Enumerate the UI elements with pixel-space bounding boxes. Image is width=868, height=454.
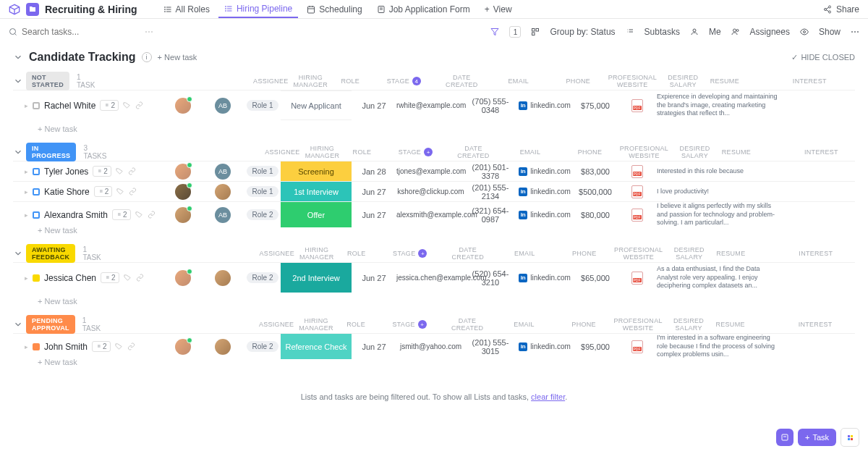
filter-icon[interactable] xyxy=(490,28,499,36)
status-pill[interactable]: NOT STARTED xyxy=(26,72,69,91)
tag-icon[interactable] xyxy=(123,101,131,109)
col-assignee[interactable]: ASSIGNEE xyxy=(259,250,295,257)
assignee-cell[interactable] xyxy=(165,270,201,286)
email-cell[interactable]: kshore@clickup.com xyxy=(396,188,465,196)
manager-cell[interactable] xyxy=(201,270,244,286)
col-phone[interactable]: PHONE xyxy=(559,250,610,257)
col-salary[interactable]: DESIRED SALARY xyxy=(667,317,710,332)
link-icon[interactable] xyxy=(127,342,135,350)
col-website[interactable]: PROFESIONAL WEBSITE xyxy=(603,74,661,88)
manager-avatar[interactable] xyxy=(215,339,231,355)
more-icon[interactable]: ⋯ xyxy=(851,27,859,37)
link-icon[interactable] xyxy=(128,167,136,175)
manager-avatar[interactable]: AB xyxy=(215,164,231,180)
status-dot[interactable] xyxy=(33,188,40,196)
expand-icon[interactable]: ▸ xyxy=(25,188,28,196)
website-cell[interactable]: inlinkedin.com xyxy=(516,188,574,196)
expand-icon[interactable]: ▸ xyxy=(25,274,28,282)
subtask-count[interactable]: 2 xyxy=(101,272,119,283)
col-hiring-manager[interactable]: HIRING MANAGER xyxy=(289,74,332,88)
folder-icon[interactable] xyxy=(26,3,39,16)
manager-cell[interactable] xyxy=(201,184,244,200)
task-row[interactable]: ▸ Katie Shore 2 Role 1 1st Interview Jun… xyxy=(13,181,855,201)
col-date[interactable]: DATE CREATED xyxy=(451,145,495,159)
subtask-count[interactable]: 2 xyxy=(93,166,111,177)
status-pill[interactable]: PENDING APPROVAL xyxy=(26,315,75,334)
assignee-avatar[interactable] xyxy=(175,207,191,223)
subtasks-button[interactable]: Subtasks xyxy=(644,27,680,37)
me-button[interactable]: Me xyxy=(709,27,721,37)
tab-scheduling[interactable]: Scheduling xyxy=(301,1,367,18)
resume-cell[interactable] xyxy=(617,165,657,178)
expand-icon[interactable]: ▸ xyxy=(25,343,28,350)
manager-avatar[interactable] xyxy=(215,270,231,286)
role-cell[interactable]: Role 1 xyxy=(244,166,281,177)
manager-cell[interactable]: AB xyxy=(201,98,244,114)
assignee-cell[interactable] xyxy=(165,339,201,355)
col-website[interactable]: PROFESIONAL WEBSITE xyxy=(609,317,667,332)
col-role[interactable]: ROLE xyxy=(338,321,374,328)
col-email[interactable]: EMAIL xyxy=(490,321,558,328)
col-date[interactable]: DATE CREATED xyxy=(446,246,490,261)
stage-cell[interactable]: 2nd Interview xyxy=(281,263,352,293)
col-salary[interactable]: DESIRED SALARY xyxy=(661,74,705,88)
assignee-cell[interactable] xyxy=(165,164,201,180)
manager-avatar[interactable] xyxy=(215,184,231,200)
col-date[interactable]: DATE CREATED xyxy=(439,74,484,88)
subtask-count[interactable]: 2 xyxy=(92,341,111,352)
subtask-count[interactable]: 2 xyxy=(100,100,119,111)
col-resume[interactable]: RESUME xyxy=(716,148,756,156)
info-icon[interactable]: i xyxy=(142,52,152,62)
col-hiring-manager[interactable]: HIRING MANAGER xyxy=(294,317,338,332)
resume-cell[interactable] xyxy=(617,340,657,353)
resume-cell[interactable] xyxy=(617,209,657,222)
stage-cell[interactable]: Offer xyxy=(281,202,352,227)
collapse-icon[interactable] xyxy=(13,248,23,258)
role-cell[interactable]: Role 2 xyxy=(244,209,281,220)
expand-icon[interactable]: ▸ xyxy=(25,102,28,109)
status-dot[interactable] xyxy=(33,343,40,350)
col-phone[interactable]: PHONE xyxy=(553,77,603,85)
website-cell[interactable]: inlinkedin.com xyxy=(516,274,574,282)
email-cell[interactable]: alexsmith@example.com xyxy=(396,211,465,219)
stage-cell[interactable]: Screening xyxy=(281,161,352,181)
assignee-avatar[interactable] xyxy=(175,270,191,286)
task-button[interactable]: + Task xyxy=(798,429,836,446)
website-cell[interactable]: inlinkedin.com xyxy=(516,211,574,219)
resume-cell[interactable] xyxy=(617,99,657,112)
website-cell[interactable]: inlinkedin.com xyxy=(516,342,574,351)
email-cell[interactable]: tjones@example.com xyxy=(396,167,465,175)
col-email[interactable]: EMAIL xyxy=(495,148,564,156)
col-assignee[interactable]: ASSIGNEE xyxy=(252,77,289,85)
role-cell[interactable]: Role 1 xyxy=(244,100,281,111)
tag-icon[interactable] xyxy=(116,188,124,196)
task-row[interactable]: ▸ Alexandra Smith 2 AB Role 2 Offer Jun … xyxy=(13,201,855,222)
assignee-cell[interactable] xyxy=(165,207,201,223)
assignee-avatar[interactable] xyxy=(175,98,191,114)
stage-cell[interactable]: 1st Interview xyxy=(281,182,352,201)
new-task-header[interactable]: + New task xyxy=(158,53,197,62)
manager-avatar[interactable]: AB xyxy=(215,207,231,223)
col-interest[interactable]: INTEREST xyxy=(756,148,868,156)
col-hiring-manager[interactable]: HIRING MANAGER xyxy=(295,246,339,261)
filter-count[interactable]: 1 xyxy=(509,26,521,38)
subtask-count[interactable]: 2 xyxy=(94,186,113,197)
task-row[interactable]: ▸ Jessica Chen 2 Role 2 2nd Interview Ju… xyxy=(13,262,855,293)
col-role[interactable]: ROLE xyxy=(332,77,368,85)
subtask-count[interactable]: 2 xyxy=(112,209,131,220)
assignee-cell[interactable] xyxy=(165,98,201,114)
role-cell[interactable]: Role 2 xyxy=(244,341,281,352)
link-icon[interactable] xyxy=(129,188,137,196)
col-role[interactable]: ROLE xyxy=(344,148,380,156)
cube-icon[interactable] xyxy=(9,4,20,15)
col-resume[interactable]: RESUME xyxy=(710,321,750,328)
link-icon[interactable] xyxy=(136,274,144,282)
task-row[interactable]: ▸ John Smith 2 Role 2 Reference Check Ju… xyxy=(13,333,855,353)
tag-icon[interactable] xyxy=(135,211,143,219)
show-button[interactable]: Show xyxy=(819,27,841,37)
col-stage[interactable]: STAGE + xyxy=(375,249,446,258)
tag-icon[interactable] xyxy=(116,167,124,175)
col-stage[interactable]: STAGE + xyxy=(374,320,445,329)
apps-button[interactable] xyxy=(841,428,859,447)
resume-cell[interactable] xyxy=(617,185,657,198)
